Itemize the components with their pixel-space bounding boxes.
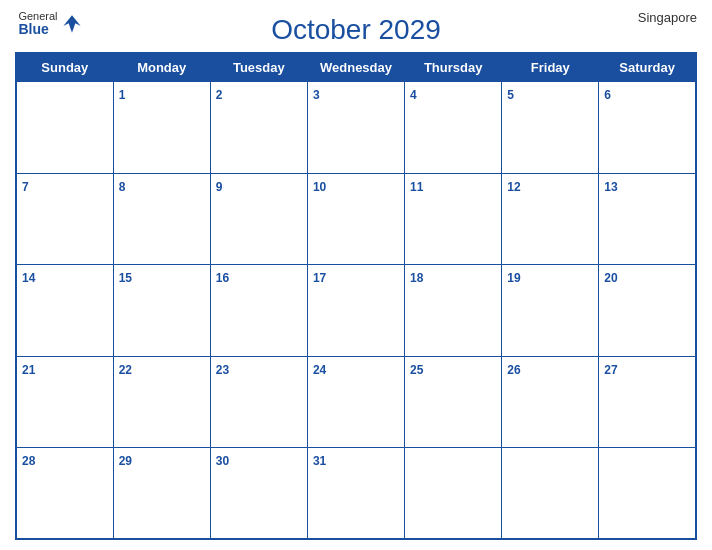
col-monday: Monday <box>113 53 210 82</box>
date-number: 9 <box>216 180 223 194</box>
calendar-week-row: 28293031 <box>16 448 696 540</box>
date-number: 24 <box>313 363 326 377</box>
date-number: 21 <box>22 363 35 377</box>
date-number: 10 <box>313 180 326 194</box>
date-number: 1 <box>119 88 126 102</box>
calendar-day-cell: 20 <box>599 265 696 357</box>
date-number: 25 <box>410 363 423 377</box>
calendar-day-cell: 3 <box>307 82 404 174</box>
calendar-day-cell: 15 <box>113 265 210 357</box>
calendar-day-cell <box>405 448 502 540</box>
col-saturday: Saturday <box>599 53 696 82</box>
date-number: 8 <box>119 180 126 194</box>
date-number: 30 <box>216 454 229 468</box>
date-number: 2 <box>216 88 223 102</box>
calendar-day-cell: 7 <box>16 173 113 265</box>
col-sunday: Sunday <box>16 53 113 82</box>
country-label: Singapore <box>638 10 697 25</box>
date-number: 15 <box>119 271 132 285</box>
calendar-day-cell: 31 <box>307 448 404 540</box>
calendar-week-row: 123456 <box>16 82 696 174</box>
col-wednesday: Wednesday <box>307 53 404 82</box>
date-number: 14 <box>22 271 35 285</box>
date-number: 18 <box>410 271 423 285</box>
logo-bird-icon <box>62 14 82 34</box>
date-number: 31 <box>313 454 326 468</box>
calendar-week-row: 21222324252627 <box>16 356 696 448</box>
calendar-day-cell: 24 <box>307 356 404 448</box>
calendar-day-cell: 8 <box>113 173 210 265</box>
col-friday: Friday <box>502 53 599 82</box>
calendar-day-cell: 18 <box>405 265 502 357</box>
date-number: 29 <box>119 454 132 468</box>
col-thursday: Thursday <box>405 53 502 82</box>
calendar-day-cell: 13 <box>599 173 696 265</box>
calendar-day-cell: 11 <box>405 173 502 265</box>
date-number: 16 <box>216 271 229 285</box>
calendar-day-cell: 21 <box>16 356 113 448</box>
date-number: 19 <box>507 271 520 285</box>
calendar-day-cell: 27 <box>599 356 696 448</box>
calendar-day-cell: 26 <box>502 356 599 448</box>
calendar-day-cell: 1 <box>113 82 210 174</box>
calendar-day-cell: 14 <box>16 265 113 357</box>
date-number: 27 <box>604 363 617 377</box>
calendar-day-cell: 29 <box>113 448 210 540</box>
date-number: 11 <box>410 180 423 194</box>
calendar-day-cell: 17 <box>307 265 404 357</box>
calendar-title: October 2029 <box>271 14 441 46</box>
calendar-day-cell <box>502 448 599 540</box>
date-number: 7 <box>22 180 29 194</box>
days-of-week-row: Sunday Monday Tuesday Wednesday Thursday… <box>16 53 696 82</box>
calendar-table: Sunday Monday Tuesday Wednesday Thursday… <box>15 52 697 540</box>
svg-marker-0 <box>63 15 80 32</box>
logo: General Blue <box>15 10 85 37</box>
calendar-day-cell: 2 <box>210 82 307 174</box>
calendar-day-cell <box>599 448 696 540</box>
calendar-day-cell: 5 <box>502 82 599 174</box>
calendar-week-row: 78910111213 <box>16 173 696 265</box>
calendar-day-cell: 28 <box>16 448 113 540</box>
calendar-day-cell: 23 <box>210 356 307 448</box>
logo-blue: Blue <box>18 22 57 37</box>
calendar-day-cell: 19 <box>502 265 599 357</box>
calendar-day-cell: 12 <box>502 173 599 265</box>
date-number: 17 <box>313 271 326 285</box>
calendar-day-cell: 6 <box>599 82 696 174</box>
date-number: 5 <box>507 88 514 102</box>
calendar-day-cell: 16 <box>210 265 307 357</box>
date-number: 22 <box>119 363 132 377</box>
col-tuesday: Tuesday <box>210 53 307 82</box>
date-number: 6 <box>604 88 611 102</box>
date-number: 28 <box>22 454 35 468</box>
calendar-day-cell: 25 <box>405 356 502 448</box>
calendar-day-cell <box>16 82 113 174</box>
calendar-day-cell: 10 <box>307 173 404 265</box>
date-number: 13 <box>604 180 617 194</box>
date-number: 12 <box>507 180 520 194</box>
date-number: 23 <box>216 363 229 377</box>
calendar-day-cell: 9 <box>210 173 307 265</box>
date-number: 3 <box>313 88 320 102</box>
date-number: 26 <box>507 363 520 377</box>
calendar-day-cell: 30 <box>210 448 307 540</box>
calendar-week-row: 14151617181920 <box>16 265 696 357</box>
date-number: 20 <box>604 271 617 285</box>
calendar-day-cell: 4 <box>405 82 502 174</box>
header: General Blue October 2029 Singapore <box>15 10 697 46</box>
calendar-day-cell: 22 <box>113 356 210 448</box>
date-number: 4 <box>410 88 417 102</box>
